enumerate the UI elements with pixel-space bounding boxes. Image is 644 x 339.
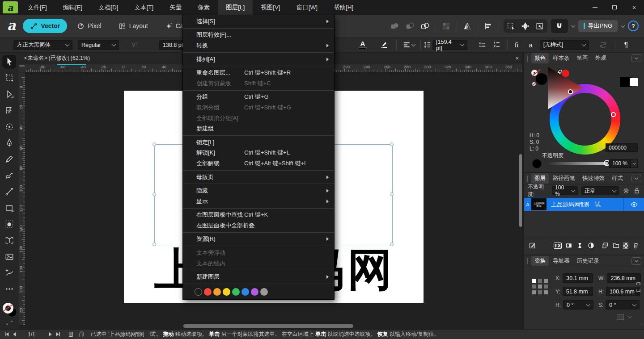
- swap-fill-stroke-icon[interactable]: ⌄⌃: [5, 320, 14, 326]
- anchor-cell[interactable]: [532, 285, 536, 289]
- opacity-slider[interactable]: [547, 162, 608, 165]
- font-family-select[interactable]: 方正大黑简体: [13, 40, 72, 50]
- alignment-icon[interactable]: [483, 20, 494, 32]
- node-tool[interactable]: [2, 87, 17, 101]
- contour-tool[interactable]: [2, 103, 17, 117]
- menu-item-[interactable]: 在图层面板中全部折叠: [183, 220, 334, 231]
- next-page-button[interactable]: [47, 331, 54, 338]
- menubar-item-[interactable]: 像素: [190, 0, 218, 15]
- lock-layer-icon[interactable]: [633, 187, 640, 194]
- style-picker-tool[interactable]: [2, 266, 17, 280]
- text-style-select[interactable]: [无样式]: [540, 40, 589, 50]
- menu-item-[interactable]: 新建图层: [183, 272, 334, 282]
- boolean-intersect-icon[interactable]: [419, 20, 431, 32]
- selection-handle[interactable]: [153, 243, 156, 246]
- export-png-button[interactable]: 导出PNG: [578, 20, 618, 32]
- menu-item-[interactable]: 新建组: [183, 123, 334, 134]
- layer-row-selected[interactable]: A 上品源码网测 试 上品源码网¶测 试: [524, 198, 644, 211]
- minimize-button[interactable]: [585, 0, 605, 15]
- hex-input[interactable]: 000000: [606, 143, 638, 152]
- rectangle-tool[interactable]: [2, 201, 17, 215]
- menu-item-S[interactable]: 选择[S]: [183, 16, 334, 27]
- hue-knob[interactable]: [611, 112, 616, 117]
- anchor-cell[interactable]: [538, 279, 542, 283]
- spread-view-icon[interactable]: [78, 331, 85, 338]
- opacity-dropdown-icon[interactable]: [631, 159, 638, 168]
- transform-tab-导航器[interactable]: 导航器: [550, 256, 573, 266]
- anchor-cell[interactable]: [532, 290, 536, 294]
- fill-stroke-selector[interactable]: [2, 302, 17, 317]
- menu-item-[interactable]: 全部解锁Ctrl 键+Alt 键+Shift 键+L: [183, 158, 334, 169]
- boolean-subtract-icon[interactable]: [404, 20, 416, 32]
- transform-input-s[interactable]: 0 °: [606, 300, 640, 310]
- menu-item-K[interactable]: 解锁[K]Ctrl 键+Shift 键+L: [183, 148, 334, 159]
- menu-item-[interactable]: 分组Ctrl 键+G: [183, 92, 334, 103]
- ligatures-button[interactable]: fi: [515, 41, 518, 49]
- panel-resize-grip[interactable]: ⋰: [639, 322, 643, 326]
- flip-icon[interactable]: [462, 20, 473, 32]
- color-tab-样本条[interactable]: 样本条: [550, 53, 573, 63]
- help-button[interactable]: ?: [628, 21, 639, 31]
- vertical-scrollbar[interactable]: [519, 154, 522, 227]
- move-tool[interactable]: [2, 54, 17, 69]
- persona-layout[interactable]: Layout: [111, 19, 155, 33]
- anchor-cell[interactable]: [544, 290, 548, 294]
- menu-item-L[interactable]: 锁定[L]: [183, 137, 334, 148]
- stroke-color-well[interactable]: [3, 303, 13, 314]
- select-scale-mode-icon[interactable]: [534, 20, 546, 32]
- layers-tab-图层[interactable]: 图层: [531, 173, 549, 184]
- selection-handle[interactable]: [390, 243, 394, 246]
- no-color-swatch[interactable]: [532, 82, 536, 86]
- tag-color-ef4a3c[interactable]: [204, 288, 212, 296]
- select-box-mode-icon[interactable]: [505, 20, 517, 32]
- color-drag-handle[interactable]: [527, 55, 528, 62]
- more-tools[interactable]: [2, 282, 17, 296]
- selection-handle[interactable]: [390, 193, 394, 196]
- anchor-cell[interactable]: [532, 279, 536, 283]
- tag-color-35c45c[interactable]: [232, 288, 240, 296]
- tag-color-9b9b9b[interactable]: [260, 288, 268, 296]
- menu-item-A[interactable]: 排列[A]: [183, 54, 334, 65]
- fill-swatch[interactable]: [536, 73, 547, 85]
- layer-name[interactable]: 上品源码网¶测 试: [547, 198, 623, 211]
- layer-opacity-select[interactable]: 100 %: [552, 186, 578, 195]
- tag-color-none[interactable]: [195, 288, 202, 296]
- insert-inside-icon[interactable]: [601, 241, 609, 250]
- selection-handle[interactable]: [390, 142, 394, 146]
- menubar-item-V[interactable]: 视图[V]: [253, 0, 288, 15]
- menu-item-[interactable]: 重命名图层...Ctrl 键+Shift 键+R: [183, 67, 334, 78]
- persona-pixel[interactable]: Pixel: [70, 19, 108, 33]
- selection-handle[interactable]: [153, 142, 156, 146]
- triangle-knob[interactable]: [568, 89, 573, 94]
- tag-color-b05ce3[interactable]: [251, 288, 258, 296]
- single-page-view-icon[interactable]: [68, 331, 74, 338]
- font-style-select[interactable]: Regular: [78, 40, 119, 50]
- menu-item-F[interactable]: 图层特效[F]...: [183, 30, 334, 41]
- font-color-button[interactable]: A: [359, 41, 367, 49]
- anchor-cell[interactable]: [544, 279, 548, 283]
- place-image-tool[interactable]: [2, 250, 17, 264]
- menubar-item-H[interactable]: 帮助[H]: [326, 0, 361, 15]
- layers-tab-快速特效[interactable]: 快速特效: [579, 173, 608, 184]
- tag-color-f3d320[interactable]: [223, 288, 230, 296]
- horizontal-scrollbar[interactable]: [183, 324, 353, 328]
- paragraph-align-dropdown-icon[interactable]: [411, 42, 416, 46]
- tag-color-2e86e8[interactable]: [242, 288, 249, 296]
- layer-effects-icon[interactable]: FX: [554, 243, 562, 249]
- menubar-item-D[interactable]: 文档[D]: [90, 0, 126, 15]
- anchor-point-selector[interactable]: [532, 279, 548, 294]
- transform-input-r[interactable]: 0 °: [563, 300, 593, 310]
- maximize-button[interactable]: [605, 0, 624, 15]
- menu-item-[interactable]: 转换: [183, 40, 334, 51]
- menu-item-[interactable]: 隐藏: [183, 185, 334, 196]
- color-tab-笔画[interactable]: 笔画: [574, 53, 591, 63]
- document-tab[interactable]: <未命名> [已修改] (62.1%): [24, 54, 90, 62]
- adjustment-layer-icon[interactable]: [576, 241, 584, 250]
- layers-collapse-button[interactable]: [631, 175, 641, 182]
- color-collapse-button[interactable]: [631, 54, 641, 62]
- edit-layer-icon[interactable]: [529, 241, 537, 250]
- menubar-item-W[interactable]: 窗口[W]: [288, 0, 326, 15]
- blend-options-icon[interactable]: [623, 187, 630, 194]
- blend-mode-select[interactable]: 正常: [581, 186, 619, 195]
- tag-color-f5a02a[interactable]: [213, 288, 221, 296]
